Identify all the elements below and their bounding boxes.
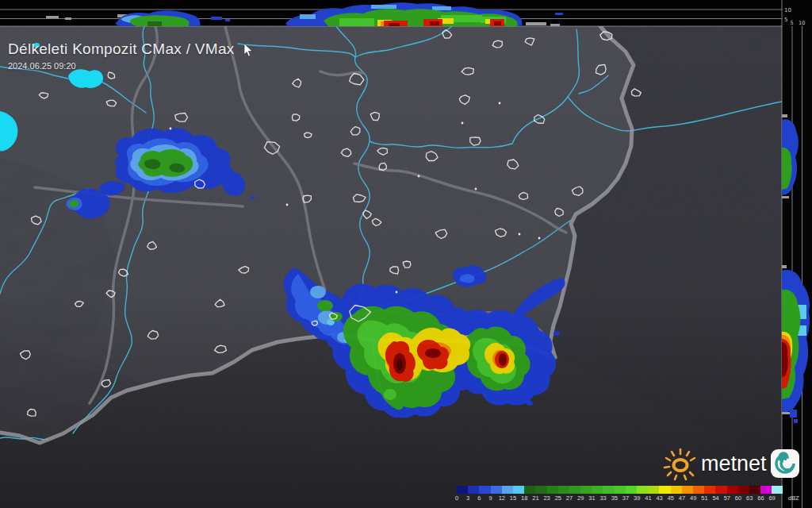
scale-tick-label: 39 [634,495,640,502]
scale-tick-label: 45 [668,495,674,502]
scale-cell [479,486,490,494]
scale-cell [693,486,704,494]
scale-tick-label: 57 [724,495,730,502]
scale-cell [457,486,468,494]
scale-cell [468,486,479,494]
scale-cell [592,486,603,494]
scale-tick-label: 37 [622,495,629,502]
sun-icon [663,446,698,481]
scale-cell [715,486,726,494]
scale-tick-label: 66 [757,495,764,502]
scale-cell [535,486,546,494]
scale-cell [502,486,513,494]
scale-cell [738,486,749,494]
scale-cell [671,486,682,494]
scale-cell [749,486,760,494]
scale-cell [659,486,670,494]
scale-tick-label: 12 [499,495,505,502]
scale-tick-label: 18 [521,495,527,502]
scale-cell [760,486,772,494]
spiral-app-icon [770,448,800,479]
svg-text:10: 10 [784,7,791,13]
scale-cell [513,486,524,494]
scale-tick-label: 49 [690,495,696,502]
scale-tick-label: 69 [768,495,775,502]
scale-cell [615,486,626,494]
svg-text:5: 5 [784,17,787,23]
svg-text:5: 5 [791,20,794,26]
scale-cell [491,486,502,494]
scale-tick-label: 29 [577,495,584,502]
scale-cell [569,486,580,494]
radar-map[interactable]: 105510 [0,0,812,508]
shade-gradient [0,26,782,508]
scale-tick-label: 15 [510,495,516,502]
scale-tick-label: 47 [679,495,685,502]
scale-cell [682,486,693,494]
metnet-logo: metnet [663,446,800,481]
color-scale-labels: dBZ 036912151821232527293133353739414345… [457,495,783,502]
scale-cell [626,486,637,494]
scale-tick-label: 63 [746,495,753,502]
scale-tick-label: 41 [645,495,651,502]
scale-cell [772,486,783,494]
scale-cell [704,486,715,494]
color-scale-cells [457,486,783,494]
scale-tick-label: 0 [455,495,458,502]
scale-tick-label: 3 [466,495,469,502]
scale-tick-label: 23 [543,495,550,502]
scale-tick-label: 21 [532,495,538,502]
scale-tick-label: 60 [735,495,741,502]
scale-tick-label: 33 [599,495,606,502]
scale-tick-label: 31 [588,495,595,502]
scale-tick-label: 54 [712,495,718,502]
scale-cell [637,486,648,494]
scale-cell [580,486,592,494]
scale-tick-label: 51 [701,495,707,502]
scale-tick-label: 9 [489,495,492,502]
scale-cell [603,486,614,494]
scale-cell [727,486,738,494]
scale-tick-label: 35 [611,495,618,502]
scale-tick-label: 43 [656,495,662,502]
dbz-unit-label: dBZ [788,495,799,502]
radar-viewer: 105510 Délkeleti Kompozit CMax / VMax 20… [0,0,812,508]
scale-cell [648,486,659,494]
scale-cell [558,486,569,494]
scale-cell [547,486,558,494]
scale-tick-label: 6 [477,495,481,502]
logo-wordmark: metnet [701,448,767,479]
scale-tick-label: 25 [555,495,561,502]
right-strip-bg [782,0,812,508]
dbz-color-scale: dBZ 036912151821232527293133353739414345… [457,486,783,502]
scale-cell [524,486,535,494]
svg-text:10: 10 [799,20,805,26]
scale-tick-label: 27 [566,495,573,502]
